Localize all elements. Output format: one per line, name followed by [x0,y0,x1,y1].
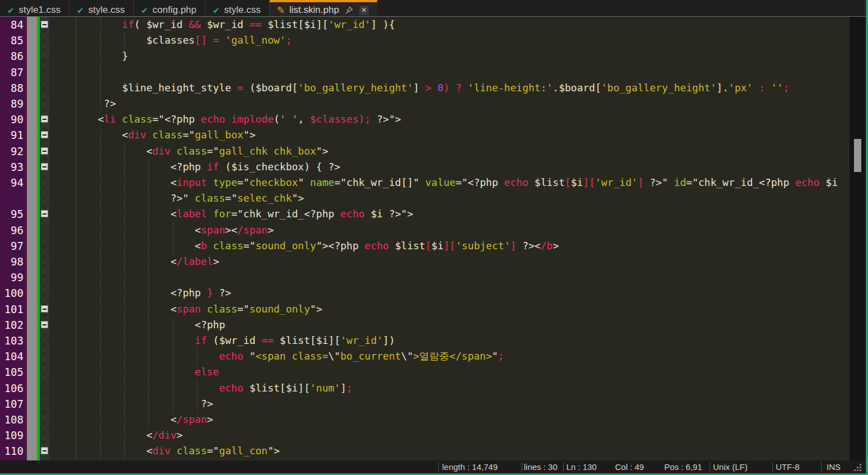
code-line-84[interactable]: 84 if( $wr_id && $wr_id == $list[$i]['wr… [0,17,850,32]
code-line-102[interactable]: 102 <?php [0,317,850,333]
code-line-100[interactable]: 100 <?php } ?> [0,285,850,301]
check-icon: ✔ [7,6,15,15]
fold-marker-icon[interactable] [41,147,48,155]
vertical-scrollbar[interactable] [850,17,866,460]
code-editor[interactable]: 84 if( $wr_id && $wr_id == $list[$i]['wr… [0,17,850,460]
line-number: 98 [0,254,24,269]
code-line-107[interactable]: 107 ?> [0,396,850,412]
tab-style1.css[interactable]: ✔style1.css [0,0,69,16]
line-number: 104 [0,348,24,364]
status-item-4: Pos : 6,91 [664,462,702,472]
code-line-96[interactable]: 96 <span></span> [0,222,850,238]
fold-marker-icon[interactable] [41,305,48,313]
scrollbar-thumb[interactable] [854,139,861,172]
fold-marker-icon[interactable] [41,210,48,217]
code-line-91[interactable]: 91 <div class="gall_box"> [0,127,850,143]
code-line-101[interactable]: 101 <span class="sound_only"> [0,301,850,317]
line-number: 87 [0,64,24,80]
code-line-87[interactable]: 87 [0,64,850,80]
code-text: ?> [49,396,213,412]
status-item-7: INS [827,462,841,472]
code-text: <label for="chk_wr_id_<?php echo $i ?>"> [49,206,413,222]
code-text: <b class="sound_only"><?php echo $list[$… [49,238,559,254]
code-line-93[interactable]: 93 <?php if ($is_checkbox) { ?> [0,159,850,175]
status-separator [438,462,439,471]
fold-marker-icon[interactable] [41,115,48,123]
code-text: </div> [49,427,182,443]
code-text: $line_height_style = ($board['bo_gallery… [49,80,789,96]
line-number [0,190,24,206]
line-number: 90 [0,111,24,127]
line-number: 109 [0,427,24,443]
code-line-108[interactable]: 108 </span> [0,412,850,427]
code-line-92[interactable]: 92 <div class="gall_chk chk_box"> [0,143,850,159]
code-line-103[interactable]: 103 if ($wr_id == $list[$i]['wr_id']) [0,333,850,348]
line-number: 105 [0,364,24,380]
close-icon[interactable]: ✕ [359,6,369,15]
tab-label: style.css [88,4,125,16]
code-text: echo "<span class=\"bo_current\">열람중</sp… [49,348,504,364]
check-icon: ✔ [77,6,84,15]
line-number: 95 [0,206,24,222]
pencil-icon: ✎ [277,6,285,15]
line-number: 110 [0,443,24,459]
code-line-109[interactable]: 109 </div> [0,427,850,443]
status-item-2: Ln : 130 [566,462,597,472]
code-line-110[interactable]: 110 <div class="gall_con"> [0,443,850,459]
code-line-105[interactable]: 105 else [0,364,850,380]
code-line-106[interactable]: 106 echo $list[$i]['num']; [0,380,850,396]
status-separator [522,462,522,471]
code-text: </span> [49,412,213,427]
line-number: 88 [0,80,24,96]
code-text: } [49,48,128,64]
tab-style.css[interactable]: ✔style.css [205,0,270,16]
tab-label: config.php [153,4,196,16]
tab-label: style1.css [19,4,61,16]
code-text: <input type="checkbox" name="chk_wr_id[]… [49,175,838,190]
code-text: <?php [49,317,225,333]
code-text: if( $wr_id && $wr_id == $list[$i]['wr_id… [49,17,395,32]
line-number: 93 [0,159,24,175]
code-line-86[interactable]: 86 } [0,48,850,64]
code-line-90[interactable]: 90 <li class="<?php echo implode(' ', $c… [0,111,850,127]
status-item-1: lines : 30 [524,462,557,472]
code-line-95[interactable]: 95 <label for="chk_wr_id_<?php echo $i ?… [0,206,850,222]
code-text: ?>" class="selec_chk"> [49,190,304,206]
code-line-97[interactable]: 97 <b class="sound_only"><?php echo $lis… [0,238,850,254]
tab-style.css[interactable]: ✔style.css [69,0,134,16]
code-line-85[interactable]: 85 $classes[] = 'gall_now'; [0,32,850,48]
status-separator [772,462,773,471]
fold-marker-icon[interactable] [41,447,48,454]
fold-marker-icon[interactable] [41,321,48,328]
code-line-94[interactable]: 94 <input type="checkbox" name="chk_wr_i… [0,175,850,190]
code-text [49,269,171,285]
code-line-wrap[interactable]: ?>" class="selec_chk"> [0,190,850,206]
fold-marker-icon[interactable] [41,131,48,138]
tab-list.skin.php[interactable]: ✎list.skin.php✕ [270,0,377,16]
status-item-5: Unix (LF) [713,462,748,472]
code-line-98[interactable]: 98 </label> [0,254,850,269]
line-number: 84 [0,17,24,32]
line-number: 106 [0,380,24,396]
status-item-0: length : 14,749 [442,462,498,472]
code-text: else [49,364,219,380]
tab-config.php[interactable]: ✔config.php [134,0,205,16]
code-text: </label> [49,254,219,269]
code-text: <span></span> [49,222,274,238]
pin-icon[interactable] [345,6,353,15]
line-number: 108 [0,412,24,427]
resize-grip-icon[interactable] [853,464,861,472]
code-line-88[interactable]: 88 $line_height_style = ($board['bo_gall… [0,80,850,96]
code-line-89[interactable]: 89 ?> [0,96,850,111]
fold-marker-icon[interactable] [41,21,48,28]
line-number: 101 [0,301,24,317]
code-line-99[interactable]: 99 [0,269,850,285]
code-text: <li class="<?php echo implode(' ', $clas… [49,111,401,127]
tab-label: style.css [224,4,261,16]
fold-marker-icon[interactable] [41,163,48,170]
status-separator [710,462,710,471]
tab-bar: ✔style1.css✔style.css✔config.php✔style.c… [0,0,866,17]
line-number: 94 [0,175,24,190]
line-number: 97 [0,238,24,254]
code-line-104[interactable]: 104 echo "<span class=\"bo_current\">열람중… [0,348,850,364]
